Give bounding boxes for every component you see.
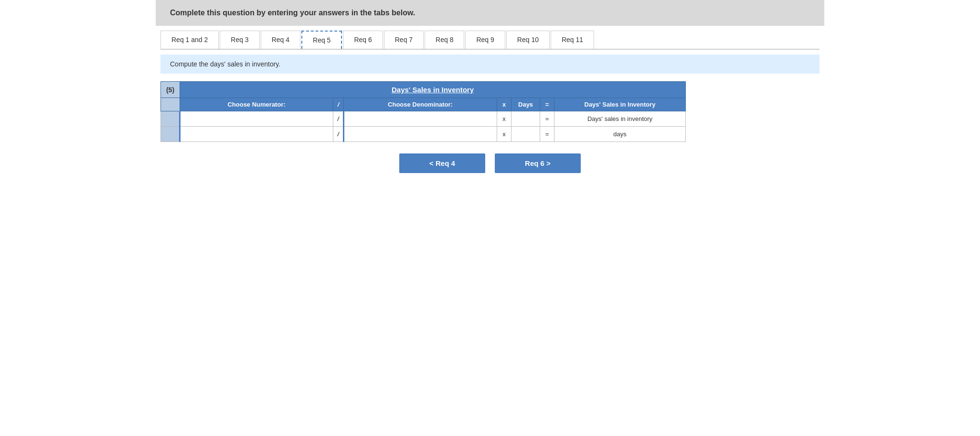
tab-req7[interactable]: Req 7 — [384, 31, 424, 49]
row2-divider: / — [333, 127, 344, 142]
col-header-divider: / — [333, 98, 344, 111]
row1-denominator-input[interactable] — [348, 114, 493, 123]
col-header-equals: = — [540, 98, 554, 111]
col-header-denominator: Choose Denominator: — [343, 98, 497, 111]
row1-denominator-cell[interactable] — [343, 111, 497, 127]
row2-numerator-input[interactable] — [184, 130, 329, 139]
col-header-row: Choose Numerator: / Choose Denominator: … — [161, 98, 686, 111]
row2-days-input[interactable] — [515, 131, 536, 138]
row2-days-cell[interactable] — [511, 127, 540, 142]
row2-equals: = — [540, 127, 554, 142]
instruction-detail: Compute the days' sales in inventory. — [170, 60, 280, 68]
row1-numerator-cell[interactable] — [180, 111, 333, 127]
row1-numerator-input[interactable] — [184, 114, 329, 123]
prev-button[interactable]: < Req 4 — [399, 153, 485, 173]
formula-table: (5) Days' Sales in Inventory Choose Nume… — [160, 81, 686, 142]
row-number: (5) — [161, 82, 180, 98]
col-header-x: x — [497, 98, 511, 111]
table-title: Days' Sales in Inventory — [180, 82, 686, 98]
tab-req10[interactable]: Req 10 — [506, 31, 550, 49]
row1-num — [161, 111, 180, 127]
row2-denominator-input[interactable] — [348, 130, 493, 139]
header-banner: Complete this question by entering your … — [156, 0, 824, 26]
col-header-numerator: Choose Numerator: — [180, 98, 333, 111]
row2-result-suffix: days — [613, 131, 626, 138]
title-row: (5) Days' Sales in Inventory — [161, 82, 686, 98]
row1-x: x — [497, 111, 511, 127]
row1-days-input[interactable] — [515, 115, 536, 122]
instruction-row: Compute the days' sales in inventory. — [160, 54, 820, 74]
tab-req4[interactable]: Req 4 — [261, 31, 300, 49]
row1-equals: = — [540, 111, 554, 127]
row1-days-cell[interactable] — [511, 111, 540, 127]
tab-req8[interactable]: Req 8 — [425, 31, 464, 49]
row1-divider: / — [333, 111, 344, 127]
row2-x: x — [497, 127, 511, 142]
row2-numerator-cell[interactable] — [180, 127, 333, 142]
col-header-days: Days — [511, 98, 540, 111]
row2-result-cell: days — [554, 127, 686, 142]
data-row-1: / x = Days' sales in inventory — [161, 111, 686, 127]
tab-req1and2[interactable]: Req 1 and 2 — [160, 31, 219, 49]
tab-req9[interactable]: Req 9 — [465, 31, 505, 49]
tabs-container: Req 1 and 2 Req 3 Req 4 Req 5 Req 6 Req … — [160, 31, 820, 50]
data-row-2: / x = days — [161, 127, 686, 142]
nav-buttons: < Req 4 Req 6 > — [160, 153, 820, 173]
col-header-result: Days' Sales in Inventory — [554, 98, 686, 111]
tab-req5[interactable]: Req 5 — [301, 31, 342, 49]
tab-req11[interactable]: Req 11 — [551, 31, 594, 49]
tab-req3[interactable]: Req 3 — [220, 31, 259, 49]
next-button[interactable]: Req 6 > — [495, 153, 581, 173]
col-header-empty — [161, 98, 180, 111]
tab-req6[interactable]: Req 6 — [343, 31, 383, 49]
row2-num — [161, 127, 180, 142]
row1-result-cell: Days' sales in inventory — [554, 111, 686, 127]
instruction-text: Complete this question by entering your … — [170, 9, 415, 17]
row1-result-label: Days' sales in inventory — [587, 115, 652, 122]
row2-denominator-cell[interactable] — [343, 127, 497, 142]
table-area: (5) Days' Sales in Inventory Choose Nume… — [160, 81, 820, 142]
